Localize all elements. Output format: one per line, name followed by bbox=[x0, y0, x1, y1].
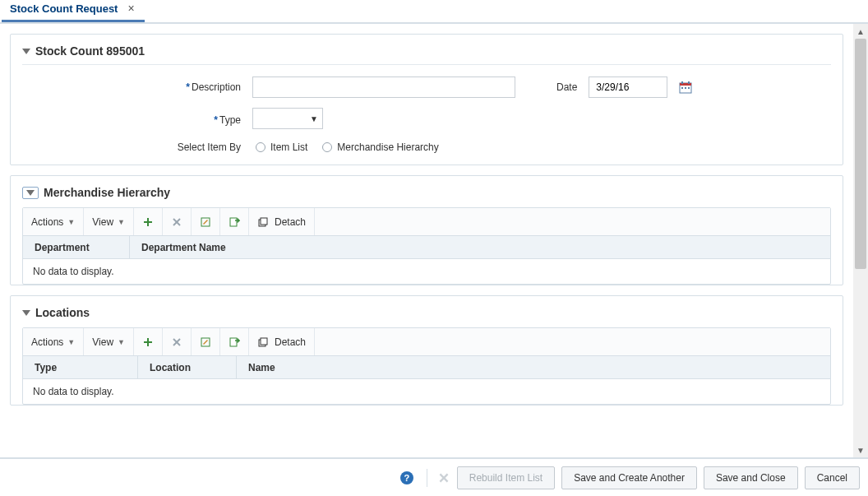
chevron-down-icon: ▼ bbox=[67, 338, 75, 346]
date-input[interactable] bbox=[589, 76, 667, 98]
edit-button[interactable] bbox=[192, 328, 220, 355]
panel-title: Merchandise Hierarchy bbox=[44, 186, 170, 199]
tab-stock-count-request[interactable]: Stock Count Request × bbox=[2, 0, 145, 22]
table-body-empty: No data to display. bbox=[23, 379, 830, 404]
radio-label: Item List bbox=[270, 141, 307, 153]
select-by-radios: Item List Merchandise Hierarchy bbox=[252, 141, 831, 153]
toolbar: Actions ▼ View ▼ bbox=[23, 208, 830, 236]
col-department-name[interactable]: Department Name bbox=[130, 236, 294, 258]
x-icon bbox=[171, 336, 182, 348]
panel-header: Stock Count 895001 bbox=[22, 44, 831, 58]
close-icon[interactable]: × bbox=[127, 2, 134, 15]
cancel-button[interactable]: Cancel bbox=[805, 466, 860, 489]
chevron-down-icon: ▼ bbox=[118, 338, 125, 346]
label-select-by: Select Item By bbox=[22, 141, 252, 153]
description-input[interactable] bbox=[252, 76, 515, 98]
radio-item-list[interactable]: Item List bbox=[256, 141, 307, 153]
delete-button[interactable] bbox=[163, 328, 192, 355]
label-description: *Description bbox=[22, 81, 252, 93]
add-button[interactable] bbox=[134, 328, 163, 355]
date-cell: Date bbox=[524, 76, 831, 98]
edit-button[interactable] bbox=[192, 208, 220, 235]
tab-bar: Stock Count Request × bbox=[0, 0, 868, 23]
save-and-close-button[interactable]: Save and Close bbox=[704, 466, 798, 489]
required-asterisk: * bbox=[214, 114, 218, 126]
svg-rect-6 bbox=[688, 87, 690, 89]
type-cell: ▼ bbox=[252, 108, 524, 132]
panel-title: Locations bbox=[35, 306, 90, 319]
merch-table-panel: Actions ▼ View ▼ bbox=[22, 207, 831, 285]
content-area: Stock Count 895001 *Description Date bbox=[0, 23, 868, 458]
svg-rect-20 bbox=[230, 338, 237, 346]
panel-locations: Locations Actions ▼ View ▼ bbox=[10, 295, 843, 406]
panel-merch-hierarchy: Merchandise Hierarchy Actions ▼ View ▼ bbox=[10, 175, 843, 285]
label-date: Date bbox=[556, 81, 577, 93]
radio-merch-hierarchy[interactable]: Merchandise Hierarchy bbox=[322, 141, 438, 153]
svg-rect-2 bbox=[681, 81, 683, 84]
export-icon bbox=[229, 336, 240, 348]
pencil-icon bbox=[200, 336, 211, 348]
type-select[interactable] bbox=[252, 108, 323, 129]
plus-icon bbox=[142, 216, 154, 228]
table-header: Department Department Name bbox=[23, 236, 830, 259]
help-icon[interactable]: ? bbox=[400, 471, 413, 484]
footer-bar: ? Rebuild Item List Save and Create Anot… bbox=[0, 458, 868, 496]
col-type[interactable]: Type bbox=[23, 356, 138, 378]
rebuild-item-list-button[interactable]: Rebuild Item List bbox=[457, 466, 555, 489]
separator bbox=[427, 469, 427, 487]
table-header: Type Location Name bbox=[23, 356, 830, 379]
collapse-icon-box[interactable] bbox=[22, 187, 39, 199]
description-cell bbox=[252, 76, 524, 98]
delete-button[interactable] bbox=[163, 208, 192, 235]
plus-icon bbox=[142, 336, 154, 348]
svg-rect-8 bbox=[144, 221, 152, 223]
svg-rect-22 bbox=[261, 338, 267, 345]
actions-menu[interactable]: Actions ▼ bbox=[23, 208, 84, 235]
actions-menu[interactable]: Actions ▼ bbox=[23, 328, 84, 355]
form-grid: *Description Date *Type bbox=[22, 76, 831, 153]
delete-icon[interactable] bbox=[437, 471, 450, 484]
col-department[interactable]: Department bbox=[23, 236, 130, 258]
detach-button[interactable]: Detach bbox=[249, 208, 315, 235]
x-icon bbox=[171, 216, 182, 228]
radio-label: Merchandise Hierarchy bbox=[337, 141, 438, 153]
content-inner: Stock Count 895001 *Description Date bbox=[0, 24, 853, 457]
scroll-up-icon[interactable]: ▲ bbox=[853, 24, 868, 39]
svg-rect-5 bbox=[685, 87, 686, 89]
svg-rect-3 bbox=[688, 81, 690, 84]
divider bbox=[22, 64, 831, 65]
radio-group: Item List Merchandise Hierarchy bbox=[256, 141, 439, 153]
scroll-thumb[interactable] bbox=[855, 39, 866, 269]
radio-icon bbox=[256, 142, 265, 152]
svg-rect-12 bbox=[230, 218, 237, 226]
svg-rect-4 bbox=[681, 87, 683, 89]
col-name[interactable]: Name bbox=[237, 356, 401, 378]
chevron-down-icon: ▼ bbox=[67, 218, 75, 226]
tab-label: Stock Count Request bbox=[10, 2, 118, 15]
view-menu[interactable]: View ▼ bbox=[84, 208, 134, 235]
svg-rect-16 bbox=[144, 341, 152, 343]
panel-header: Locations bbox=[22, 306, 831, 319]
col-location[interactable]: Location bbox=[138, 356, 237, 378]
locations-table-panel: Actions ▼ View ▼ bbox=[22, 327, 831, 405]
save-and-create-another-button[interactable]: Save and Create Another bbox=[561, 466, 697, 489]
collapse-icon[interactable] bbox=[22, 310, 30, 316]
detach-icon bbox=[257, 336, 269, 348]
pencil-icon bbox=[200, 216, 211, 228]
calendar-icon[interactable] bbox=[679, 81, 692, 94]
panel-header: Merchandise Hierarchy bbox=[22, 186, 831, 199]
collapse-icon[interactable] bbox=[22, 49, 30, 54]
view-menu[interactable]: View ▼ bbox=[84, 328, 134, 355]
export-button[interactable] bbox=[220, 328, 249, 355]
toolbar: Actions ▼ View ▼ bbox=[23, 328, 830, 356]
detach-button[interactable]: Detach bbox=[249, 328, 315, 355]
export-button[interactable] bbox=[220, 208, 249, 235]
label-type: *Type bbox=[22, 114, 252, 126]
add-button[interactable] bbox=[134, 208, 163, 235]
collapse-icon bbox=[26, 190, 35, 196]
radio-icon bbox=[322, 142, 332, 152]
scroll-down-icon[interactable]: ▼ bbox=[853, 443, 868, 457]
detach-icon bbox=[257, 216, 269, 228]
vertical-scrollbar[interactable]: ▲ ▼ bbox=[853, 24, 868, 457]
table-body-empty: No data to display. bbox=[23, 259, 830, 284]
